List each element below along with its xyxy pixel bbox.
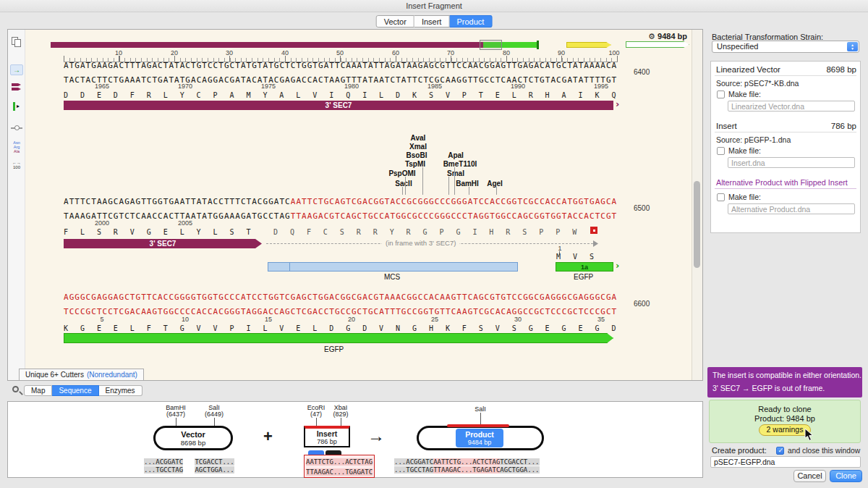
translation-row: D D E D F R L Y C P A M Y A L V I Q I L … (64, 91, 617, 99)
aa-label-3: Ala (8, 149, 25, 153)
vector-name: Vector (181, 430, 205, 439)
insert-file-input[interactable] (728, 157, 855, 168)
aa-tick: 1970 (178, 83, 192, 90)
product-filename-input[interactable] (710, 456, 861, 468)
insert-fragment-tool-icon[interactable]: → (8, 62, 25, 75)
enzyme-sacii[interactable]: SacII (395, 180, 412, 188)
aa-tick: 10 (182, 316, 189, 323)
gear-icon[interactable]: ⚙ (648, 32, 655, 41)
vector-source: Source: pSEC7*-KB.dna (716, 79, 799, 88)
enzyme-apai[interactable]: ApaI (448, 151, 464, 159)
aa-tick: 30 (514, 316, 522, 323)
enzyme-avai[interactable]: AvaI (411, 134, 426, 142)
divider (715, 188, 856, 189)
insert-makefile-checkbox[interactable] (717, 147, 725, 155)
enzyme-pspomi[interactable]: PspOMI (388, 169, 415, 177)
alt-product-title: Alternative Product with Flipped Insert (716, 178, 848, 187)
slider-knob-icon (14, 125, 20, 130)
enzyme-xmai[interactable]: XmaI (409, 143, 427, 151)
enzymes-tool-icon[interactable]: ▸ (8, 101, 25, 112)
insert-diagram: Insert 786 bp (304, 426, 350, 447)
vector-makefile-checkbox[interactable] (717, 91, 725, 98)
translation-display-icon[interactable]: Asn Arg Ala (8, 140, 25, 153)
egfp-translation: M V S (556, 253, 595, 261)
aa-tick: 5 (100, 316, 103, 323)
select-arrows-icon (847, 42, 858, 51)
bp-position: 6600 (634, 300, 650, 308)
tab-vector[interactable]: Vector (376, 15, 414, 28)
feature-sec7[interactable]: 3' SEC7 (64, 239, 262, 248)
overview-view-selection[interactable] (480, 40, 502, 50)
overview-vector-segment (51, 42, 483, 48)
aa-tick: 1995 (594, 83, 608, 90)
clone-button[interactable]: Clone (830, 470, 862, 482)
tab-product[interactable]: Product (449, 15, 492, 28)
enzyme-bamhi[interactable]: BamHI (456, 180, 479, 188)
insert-seq: TTAAGACGTCAGCTGCCATGGCGCCCGGGCCCTAGGTGGC… (291, 211, 618, 221)
aa-tick: 20 (348, 316, 355, 323)
ruler-num: 30 (226, 49, 233, 56)
egfp-label: EGFP (574, 273, 593, 281)
ruler-num: 70 (447, 49, 454, 56)
product-name: Product (465, 430, 494, 439)
insert-name: Insert (317, 429, 338, 438)
magnifier-icon[interactable] (12, 386, 19, 392)
warnings-button[interactable]: 2 warnings (759, 424, 811, 436)
vector-file-input[interactable] (728, 101, 855, 112)
tab-sequence[interactable]: Sequence (52, 385, 98, 396)
divider (715, 75, 856, 76)
product-enzyme: SalI (475, 405, 486, 413)
enzyme-bmet110i[interactable]: BmeT110I (443, 160, 477, 168)
vector-title: Linearized Vector (716, 65, 780, 74)
alt-makefile-checkbox[interactable] (717, 193, 725, 201)
cut-line (341, 418, 341, 426)
copy-tool-icon[interactable] (8, 36, 25, 48)
ruler-num: 10 (115, 49, 122, 56)
vector-seq: ATTTCTAAGCAGAGTTGGTGAATTATACCTTTCTACGGAT… (64, 197, 291, 206)
strain-value: Unspecified (717, 42, 758, 51)
insert-makefile-label: Make file: (728, 146, 761, 155)
tab-insert[interactable]: Insert (414, 15, 450, 28)
product-junction-sequences: ...TGCCTAGTTAAGAC...TGAGATCAGCTGGA... (394, 464, 540, 474)
bp-position: 6500 (634, 204, 650, 212)
top-strand: AGGGCGAGGAGCTGTTCACCGGGGTGGTGCCCATCCTGGT… (64, 293, 617, 302)
bottom-strand: TAAAGATTCGTCTCAACCACTTAATATGGAAAGATGCCTA… (64, 211, 617, 221)
cut-line (214, 418, 215, 426)
aa-tick: 2005 (178, 219, 192, 227)
numbering-tool-icon[interactable]: ←→ 100 (8, 161, 25, 169)
alt-file-input[interactable] (728, 203, 855, 214)
cutters-tab[interactable]: Unique 6+ Cutters (Nonredundant) (19, 369, 144, 381)
tab-enzymes[interactable]: Enzymes (99, 385, 142, 396)
insert-fragment-window: Insert Fragment Vector Insert Product → … (0, 0, 868, 488)
tab-map[interactable]: Map (24, 385, 52, 396)
ruler-num: 50 (336, 49, 344, 56)
insert-enzyme2-pos: (829) (333, 411, 348, 418)
feature-mcs[interactable] (268, 262, 518, 272)
scrollbar-thumb[interactable] (694, 181, 700, 268)
warning-line2: 3' SEC7 → EGFP is out of frame. (712, 384, 825, 392)
features-tool-icon[interactable] (8, 83, 25, 91)
strain-select[interactable]: Unspecified (712, 41, 859, 53)
ruler-num: 100 (608, 49, 619, 56)
enzyme-bsobi[interactable]: BsoBI (407, 151, 427, 159)
enzyme-agei[interactable]: AgeI (487, 180, 503, 188)
aa-tick: 35 (597, 316, 605, 323)
divider (715, 132, 856, 132)
insert-bp: 786 bp (317, 438, 337, 445)
vector-enzyme1-pos: (6437) (166, 411, 185, 418)
insert-source: Source: pEGFP-1.dna (716, 135, 791, 144)
nonredundant-link[interactable]: (Nonredundant) (87, 371, 137, 379)
cancel-button[interactable]: Cancel (793, 470, 826, 482)
feature-egfp-bar[interactable] (64, 333, 613, 343)
zoom-slider-icon[interactable] (8, 125, 25, 132)
insert-seq: AATTCTGCAGTCGACGGTACCGCGGGCCCGGGATCCACCG… (291, 197, 618, 206)
aa-tick: 2000 (95, 219, 109, 227)
feature-sec7[interactable]: 3' SEC7 (64, 101, 613, 110)
vector-bp: 8698 bp (788, 65, 856, 74)
orientation-warning-box: The insert is compatible in either orien… (707, 367, 862, 397)
feature-egfp[interactable]: 1a (556, 262, 613, 272)
enzyme-smai[interactable]: SmaI (447, 169, 464, 177)
close-window-checkbox[interactable] (776, 447, 784, 455)
translation-row: K G E E L F T G V V P I L V E L D G D V … (64, 324, 617, 332)
translation-row-inframe: D Q F C S R R Y R G P G I H R S P P W (273, 228, 578, 236)
